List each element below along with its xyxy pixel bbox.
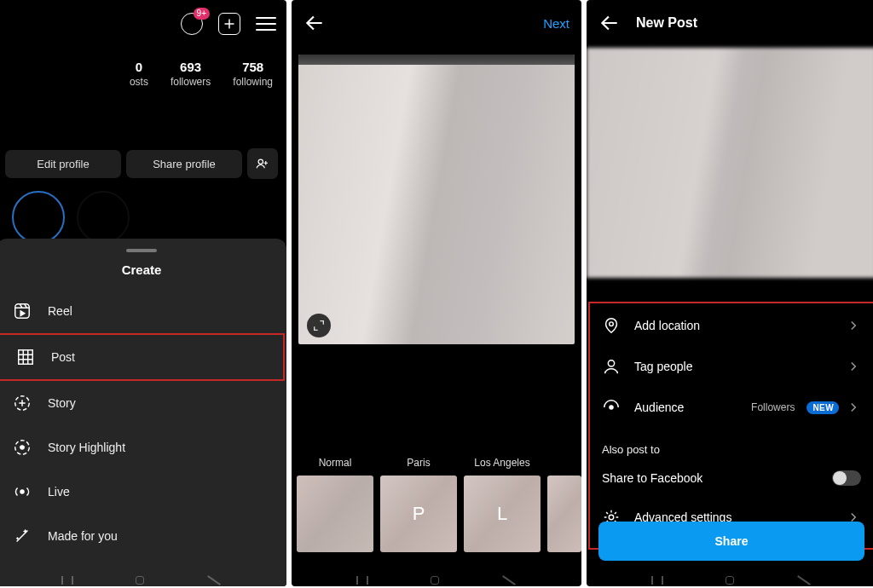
story-icon: [12, 393, 32, 413]
sheet-item-label: Live: [48, 485, 70, 499]
filters-row[interactable]: Normal Paris P Los Angeles L: [292, 457, 581, 552]
sheet-item-made-for-you[interactable]: Made for you: [0, 514, 286, 558]
edit-profile-button[interactable]: Edit profile: [5, 150, 121, 178]
filter-thumb: [547, 476, 581, 552]
screen-filter: Next Normal Paris P Los Angeles L: [292, 0, 581, 586]
option-location[interactable]: Add location: [590, 305, 873, 346]
share-button[interactable]: Share: [598, 522, 864, 561]
stat-posts[interactable]: 0 osts: [130, 60, 148, 88]
svg-point-6: [20, 489, 25, 494]
chevron-right-icon: [846, 318, 861, 333]
sheet-item-post[interactable]: Post: [0, 333, 285, 381]
svg-point-10: [609, 515, 614, 520]
filter-thumb: P: [380, 476, 457, 552]
audience-value: Followers: [751, 401, 795, 413]
expand-icon[interactable]: [307, 314, 331, 337]
post-options: Add location Tag people Audience Followe…: [588, 302, 873, 550]
grid-icon: [15, 347, 36, 367]
option-label: Add location: [634, 319, 700, 332]
story-ring[interactable]: [77, 191, 130, 244]
story-ring[interactable]: [12, 191, 65, 244]
live-icon: [12, 481, 32, 502]
option-label: Audience: [634, 401, 684, 414]
system-nav: [292, 574, 581, 586]
profile-action-row: Edit profile Share profile: [0, 131, 286, 184]
option-label: Tag people: [634, 360, 693, 373]
activity-badge: 9+: [194, 8, 210, 20]
next-button[interactable]: Next: [543, 16, 569, 31]
image-canvas[interactable]: [298, 55, 575, 344]
reel-icon: [12, 301, 32, 321]
option-facebook[interactable]: Share to Facebook: [590, 459, 873, 497]
story-highlights: [0, 184, 286, 244]
option-tag-people[interactable]: Tag people: [590, 346, 873, 387]
sheet-grabber[interactable]: [126, 249, 157, 252]
magic-icon: [12, 526, 32, 546]
profile-stats: 0 osts 693 followers 758 following: [0, 48, 286, 96]
filter-header: Next: [292, 0, 581, 46]
svg-rect-2: [19, 350, 33, 365]
menu-icon[interactable]: [256, 17, 276, 31]
activity-icon[interactable]: 9+: [181, 13, 203, 35]
location-icon: [602, 316, 621, 335]
sheet-title: Create: [0, 261, 286, 289]
filter-la[interactable]: Los Angeles L: [464, 457, 541, 552]
add-people-button[interactable]: [247, 148, 278, 179]
svg-point-0: [258, 159, 263, 164]
sheet-item-live[interactable]: Live: [0, 470, 286, 514]
svg-point-8: [608, 360, 614, 366]
sheet-item-label: Story: [48, 396, 76, 410]
back-icon[interactable]: [304, 12, 326, 34]
sheet-item-label: Story Highlight: [48, 441, 125, 454]
back-icon[interactable]: [598, 12, 621, 34]
svg-rect-1: [15, 304, 30, 319]
filter-more[interactable]: [547, 457, 581, 552]
newpost-header: New Post: [587, 0, 873, 46]
sheet-item-label: Post: [51, 350, 75, 364]
system-nav: [587, 574, 873, 586]
audience-icon: [602, 398, 621, 417]
option-label: Share to Facebook: [602, 471, 702, 485]
option-audience[interactable]: Audience Followers NEW: [590, 387, 873, 428]
chevron-right-icon: [846, 359, 861, 374]
filter-thumb: [297, 476, 373, 552]
person-icon: [602, 357, 621, 376]
sheet-item-highlight[interactable]: Story Highlight: [0, 425, 286, 470]
sheet-item-label: Made for you: [48, 529, 118, 543]
page-title: New Post: [636, 15, 697, 31]
screen-profile: 9+ 0 osts 693 followers 758 following Ed…: [0, 0, 286, 586]
filter-thumb: L: [464, 476, 541, 552]
filter-label: Normal: [319, 457, 352, 476]
filter-paris[interactable]: Paris P: [380, 457, 457, 552]
share-profile-button[interactable]: Share profile: [126, 150, 242, 178]
filter-label: Los Angeles: [474, 457, 529, 476]
filter-normal[interactable]: Normal: [297, 457, 373, 552]
create-sheet: Create Reel Post Story Story Highlight: [0, 239, 286, 586]
also-post-title: Also post to: [590, 428, 873, 459]
screen-newpost: New Post Add location Tag people Audienc…: [587, 0, 873, 586]
facebook-toggle[interactable]: [832, 470, 861, 486]
post-preview[interactable]: [587, 48, 873, 278]
share-button-label: Share: [715, 534, 749, 548]
create-icon[interactable]: [218, 13, 240, 35]
profile-header: 9+: [0, 0, 286, 48]
svg-point-7: [610, 322, 614, 326]
sheet-item-story[interactable]: Story: [0, 381, 286, 425]
sheet-item-label: Reel: [48, 304, 72, 318]
stat-following[interactable]: 758 following: [233, 60, 273, 88]
stat-followers[interactable]: 693 followers: [171, 60, 211, 88]
filter-label: Paris: [407, 457, 430, 476]
svg-point-5: [20, 445, 25, 450]
chevron-right-icon: [846, 400, 861, 415]
sheet-item-reel[interactable]: Reel: [0, 289, 286, 333]
highlight-icon: [12, 437, 32, 458]
new-badge: NEW: [807, 401, 839, 414]
svg-point-9: [609, 405, 614, 410]
